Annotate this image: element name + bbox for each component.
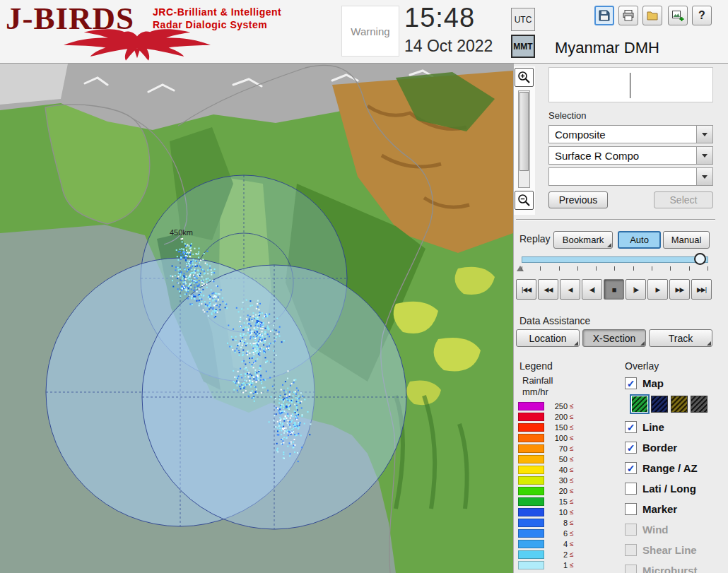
zoom-in-button[interactable] <box>515 68 534 87</box>
legend-value: 50 <box>544 455 568 463</box>
overlay-item-marker[interactable]: Marker <box>625 499 728 519</box>
overlay-item-label: Border <box>642 442 677 454</box>
legend-suffix: ≤ <box>570 497 574 505</box>
legend-color-swatch <box>518 444 544 453</box>
playback-fast-forward-button[interactable]: ▶▶ <box>669 279 690 300</box>
legend-suffix: ≤ <box>570 529 574 537</box>
border-checkbox[interactable]: ✓ <box>625 442 637 454</box>
terrain-map-image: 450km <box>0 64 513 573</box>
playback-play-reverse-button[interactable]: ◀ <box>560 279 580 300</box>
clock-time: 15:48 <box>404 3 475 33</box>
select-button: Select <box>654 191 713 208</box>
legend-color-swatch <box>518 540 544 548</box>
auto-button[interactable]: Auto <box>618 231 661 249</box>
overlay-item-label: Map <box>642 377 664 389</box>
control-panel: Selection Composite Surface R Compo Prev… <box>513 64 728 573</box>
legend-row: 6≤ <box>518 528 574 538</box>
chevron-down-icon[interactable] <box>696 147 712 164</box>
warning-button[interactable]: Warning <box>341 6 399 57</box>
legend-row: 150≤ <box>518 422 574 432</box>
playback-step-forward-button[interactable]: |▶ <box>626 279 646 300</box>
da-x-section-button[interactable]: X-Section <box>582 329 646 347</box>
open-folder-button[interactable] <box>642 6 662 25</box>
legend-suffix: ≤ <box>570 550 574 558</box>
marker-checkbox[interactable] <box>625 503 637 515</box>
product-option-dropdown[interactable] <box>548 167 713 186</box>
zoom-out-button[interactable] <box>515 191 534 210</box>
legend-suffix: ≤ <box>570 519 574 526</box>
help-button[interactable]: ? <box>692 6 712 25</box>
utc-button[interactable]: UTC <box>511 8 535 31</box>
overlay-item-lati-long[interactable]: Lati / Long <box>625 478 728 499</box>
text-cursor <box>630 73 630 98</box>
playback-play-button[interactable]: ▶ <box>647 279 668 300</box>
zoom-strip <box>514 66 535 215</box>
map-checkbox[interactable]: ✓ <box>625 377 637 389</box>
data-assistance-label: Data Assistance <box>519 315 590 326</box>
playback-skip-end-button[interactable]: ▶▶| <box>691 279 712 300</box>
range-ring-label: 450km <box>170 228 193 237</box>
print-button[interactable] <box>618 6 638 25</box>
legend-row: 100≤ <box>518 432 574 443</box>
replay-slider-thumb[interactable] <box>694 253 706 265</box>
legend-color-swatch <box>518 497 544 506</box>
legend-suffix: ≤ <box>570 413 574 420</box>
previous-button[interactable]: Previous <box>548 191 608 208</box>
legend-row: 50≤ <box>518 454 574 464</box>
playback-skip-start-button[interactable]: |◀◀ <box>516 279 536 300</box>
overlay-item-map[interactable]: ✓Map <box>625 373 728 394</box>
overlay-item-label: Microburst <box>642 565 698 573</box>
clock-date: 14 Oct 2022 <box>404 37 493 56</box>
map-style-swatch-1[interactable] <box>631 396 648 413</box>
product-type-value: Composite <box>549 129 696 141</box>
overlay-item-label: Wind <box>642 524 669 536</box>
chevron-down-icon[interactable] <box>696 168 712 185</box>
lati-long-checkbox[interactable] <box>625 483 637 495</box>
playback-stop-button[interactable]: ■ <box>604 279 624 300</box>
legend-suffix: ≤ <box>570 476 574 484</box>
map-style-swatch-3[interactable] <box>671 396 688 413</box>
product-dropdown[interactable]: Surface R Compo <box>548 146 713 165</box>
legend-color-swatch <box>518 519 544 527</box>
map-style-swatch-4[interactable] <box>691 396 708 413</box>
mmt-button[interactable]: MMT <box>511 35 535 58</box>
overlay-item-line[interactable]: ✓Line <box>625 417 728 437</box>
legend-value: 150 <box>544 423 568 432</box>
chevron-down-icon[interactable] <box>696 126 712 143</box>
range-az-checkbox[interactable]: ✓ <box>625 462 637 474</box>
selection-display-box[interactable] <box>548 67 713 102</box>
legend-rows: 250≤200≤150≤100≤70≤50≤40≤30≤20≤15≤10≤8≤6… <box>518 401 574 570</box>
bookmark-button[interactable]: Bookmark <box>553 231 613 249</box>
legend-suffix: ≤ <box>570 444 574 452</box>
legend-row: 200≤ <box>518 411 574 422</box>
zoom-in-icon <box>517 71 531 84</box>
replay-slider-track[interactable] <box>522 256 708 263</box>
capture-button[interactable] <box>668 6 688 25</box>
playback-fast-rewind-button[interactable]: ◀◀ <box>538 279 558 300</box>
radar-map[interactable]: 450km <box>0 64 513 573</box>
da-track-button[interactable]: Track <box>649 329 712 347</box>
zoom-scrollbar[interactable] <box>518 90 530 188</box>
overlay-item-border[interactable]: ✓Border <box>625 437 728 458</box>
legend-color-swatch <box>518 423 544 432</box>
line-checkbox[interactable]: ✓ <box>625 421 637 433</box>
legend-suffix: ≤ <box>570 508 574 516</box>
legend-value: 6 <box>544 529 568 538</box>
legend-color-swatch <box>518 487 544 495</box>
product-type-dropdown[interactable]: Composite <box>548 125 713 143</box>
manual-button[interactable]: Manual <box>663 231 710 249</box>
legend-row: 15≤ <box>518 496 574 507</box>
playback-step-back-button[interactable]: ◀| <box>582 279 602 300</box>
legend-value: 15 <box>544 497 568 506</box>
da-location-button[interactable]: Location <box>516 329 580 347</box>
playback-row: |◀◀◀◀◀◀|■|▶▶▶▶▶▶| <box>516 279 713 300</box>
legend-color-swatch <box>518 550 544 559</box>
zoom-scrollbar-thumb[interactable] <box>519 92 529 171</box>
shear-line-checkbox <box>625 544 637 556</box>
legend-suffix: ≤ <box>570 423 574 431</box>
capture-image-icon <box>671 9 684 22</box>
save-button[interactable] <box>594 6 614 25</box>
legend-suffix: ≤ <box>570 540 574 548</box>
overlay-item-range-az[interactable]: ✓Range / AZ <box>625 458 728 478</box>
map-style-swatch-2[interactable] <box>651 396 668 413</box>
